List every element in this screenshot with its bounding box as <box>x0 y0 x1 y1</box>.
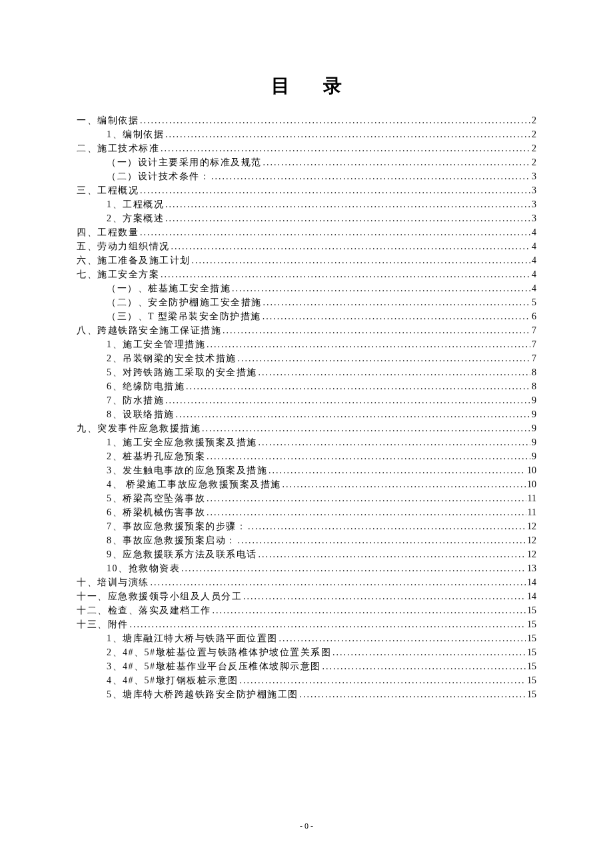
toc-entry: 3、4#、5#墩桩基作业平台反压椎体坡脚示意图.................… <box>77 659 536 673</box>
toc-entry-page: 7 <box>530 351 536 365</box>
toc-entry: 2、4#、5#墩桩基位置与铁路椎体护坡位置关系图................… <box>77 645 536 659</box>
toc-entry-text: （一）设计主要采用的标准及规范 <box>107 155 262 169</box>
toc-entry: 二、施工技术标准................................… <box>77 141 536 155</box>
toc-entry: 4、4#、5#墩打钢板桩示意图.........................… <box>77 673 536 687</box>
toc-entry: （三）、T 型梁吊装安全防护措施........................… <box>77 309 536 323</box>
toc-entry-text: （三）、T 型梁吊装安全防护措施 <box>107 309 261 323</box>
toc-entry: 十三、附件...................................… <box>77 617 536 631</box>
toc-entry-text: 4、4#、5#墩打钢板桩示意图 <box>107 673 239 687</box>
toc-entry: 2、桩基坍孔应急预案..............................… <box>77 449 536 463</box>
toc-entry-page: 2 <box>530 155 536 169</box>
toc-entry-page: 3 <box>530 183 536 197</box>
toc-entry: 八、跨越铁路安全施工保证措施..........................… <box>77 323 536 337</box>
toc-leader-dots: ........................................… <box>149 575 526 589</box>
toc-entry-page: 4 <box>530 253 536 267</box>
toc-entry-page: 8 <box>530 379 536 393</box>
toc-entry-text: 1、施工安全管理措施 <box>107 337 205 351</box>
toc-leader-dots: ........................................… <box>159 267 530 281</box>
toc-entry: 1、施工安全应急救援预案及措施.........................… <box>77 435 536 449</box>
toc-leader-dots: ........................................… <box>239 673 526 687</box>
toc-entry: 8、事故应急救援预案启动：...........................… <box>77 533 536 547</box>
toc-entry-text: （二）设计技术条件： <box>107 169 210 183</box>
table-of-contents: 一、编制依据..................................… <box>77 113 536 701</box>
toc-entry-text: 3、发生触电事故的应急预案及措施 <box>107 463 267 477</box>
toc-entry-page: 15 <box>526 659 536 673</box>
toc-entry-page: 9 <box>530 421 536 435</box>
toc-entry: 2、方案概述..................................… <box>77 211 536 225</box>
toc-leader-dots: ........................................… <box>247 519 526 533</box>
toc-entry-text: 8、事故应急救援预案启动： <box>107 533 237 547</box>
toc-entry-page: 9 <box>530 393 536 407</box>
toc-entry-text: 2、4#、5#墩桩基位置与铁路椎体护坡位置关系图 <box>107 645 331 659</box>
toc-entry-page: 9 <box>530 407 536 421</box>
toc-leader-dots: ........................................… <box>321 659 526 673</box>
toc-leader-dots: ........................................… <box>139 225 530 239</box>
toc-entry: 十一、应急救援领导小组及人员分工........................… <box>77 589 536 603</box>
toc-leader-dots: ........................................… <box>221 323 530 337</box>
toc-leader-dots: ........................................… <box>139 113 530 127</box>
toc-entry: 1、施工安全管理措施..............................… <box>77 337 536 351</box>
toc-entry-page: 4 <box>530 239 536 253</box>
toc-entry-text: 1、编制依据 <box>107 127 164 141</box>
toc-entry-text: 八、跨越铁路安全施工保证措施 <box>77 323 221 337</box>
toc-entry: 十二、检查、落实及建档工作...........................… <box>77 603 536 617</box>
toc-entry-page: 9 <box>530 449 536 463</box>
toc-leader-dots: ........................................… <box>267 463 526 477</box>
toc-leader-dots: ........................................… <box>237 533 526 547</box>
toc-entry: 四、工程数量..................................… <box>77 225 536 239</box>
toc-leader-dots: ........................................… <box>205 337 530 351</box>
toc-entry-page: 8 <box>530 365 536 379</box>
toc-entry-page: 7 <box>530 323 536 337</box>
toc-entry-page: 14 <box>526 575 536 589</box>
toc-leader-dots: ........................................… <box>164 197 530 211</box>
toc-leader-dots: ........................................… <box>205 505 526 519</box>
toc-entry-text: 1、工程概况 <box>107 197 164 211</box>
toc-entry-page: 15 <box>526 687 536 701</box>
toc-leader-dots: ........................................… <box>257 365 531 379</box>
toc-entry-text: 1、施工安全应急救援预案及措施 <box>107 435 257 449</box>
toc-entry-text: 九、突发事件应急救援措施 <box>77 421 201 435</box>
toc-entry-page: 15 <box>526 603 536 617</box>
toc-entry: 5、对跨铁路施工采取的安全措施.........................… <box>77 365 536 379</box>
toc-entry: 10、抢救物资表................................… <box>77 561 536 575</box>
toc-entry: 7、事故应急救援预案的步骤：..........................… <box>77 519 536 533</box>
toc-entry-text: 9、应急救援联系方法及联系电话 <box>107 547 257 561</box>
toc-entry-text: 1、塘库融江特大桥与铁路平面位置图 <box>107 631 278 645</box>
toc-entry: 三、工程概况..................................… <box>77 183 536 197</box>
toc-entry: 1、工程概况..................................… <box>77 197 536 211</box>
toc-entry-text: 二、施工技术标准 <box>77 141 159 155</box>
toc-entry-page: 15 <box>526 631 536 645</box>
toc-entry: （一）、桩基施工安全措施............................… <box>77 281 536 295</box>
toc-entry-page: 11 <box>526 491 536 505</box>
toc-leader-dots: ........................................… <box>278 631 526 645</box>
toc-entry: 一、编制依据..................................… <box>77 113 536 127</box>
toc-entry-text: 十、培训与演练 <box>77 575 149 589</box>
toc-entry: 5、塘库特大桥跨越铁路安全防护棚施工图.....................… <box>77 687 536 701</box>
toc-leader-dots: ........................................… <box>205 449 530 463</box>
toc-leader-dots: ........................................… <box>180 561 526 575</box>
toc-entry: 2、吊装钢梁的安全技术措施...........................… <box>77 351 536 365</box>
toc-entry-page: 9 <box>530 435 536 449</box>
page-footer: - 0 - <box>0 821 613 831</box>
toc-entry: 4、 桥梁施工事故应急救援预案及措施......................… <box>77 477 536 491</box>
toc-entry: 五、劳动力组织情况...............................… <box>77 239 536 253</box>
toc-leader-dots: ........................................… <box>191 253 531 267</box>
toc-entry-text: 十一、应急救援领导小组及人员分工 <box>77 589 242 603</box>
toc-entry-text: 2、吊装钢梁的安全技术措施 <box>107 351 237 365</box>
toc-entry-text: 8、设联络措施 <box>107 407 175 421</box>
toc-entry-page: 11 <box>526 505 536 519</box>
toc-entry: 十、培训与演练.................................… <box>77 575 536 589</box>
toc-entry-text: 三、工程概况 <box>77 183 139 197</box>
toc-entry-page: 4 <box>530 281 536 295</box>
toc-leader-dots: ........................................… <box>257 547 526 561</box>
toc-entry: 3、发生触电事故的应急预案及措施........................… <box>77 463 536 477</box>
toc-entry: 1、编制依据..................................… <box>77 127 536 141</box>
toc-entry-text: （二）、安全防护棚施工安全措施 <box>107 295 262 309</box>
toc-entry-text: 6、桥梁机械伤害事故 <box>107 505 205 519</box>
toc-entry: （二）设计技术条件：..............................… <box>77 169 536 183</box>
toc-entry-page: 12 <box>526 533 536 547</box>
toc-entry: （二）、安全防护棚施工安全措施.........................… <box>77 295 536 309</box>
toc-leader-dots: ........................................… <box>205 491 526 505</box>
toc-entry-text: 四、工程数量 <box>77 225 139 239</box>
toc-entry-text: 3、4#、5#墩桩基作业平台反压椎体坡脚示意图 <box>107 659 321 673</box>
